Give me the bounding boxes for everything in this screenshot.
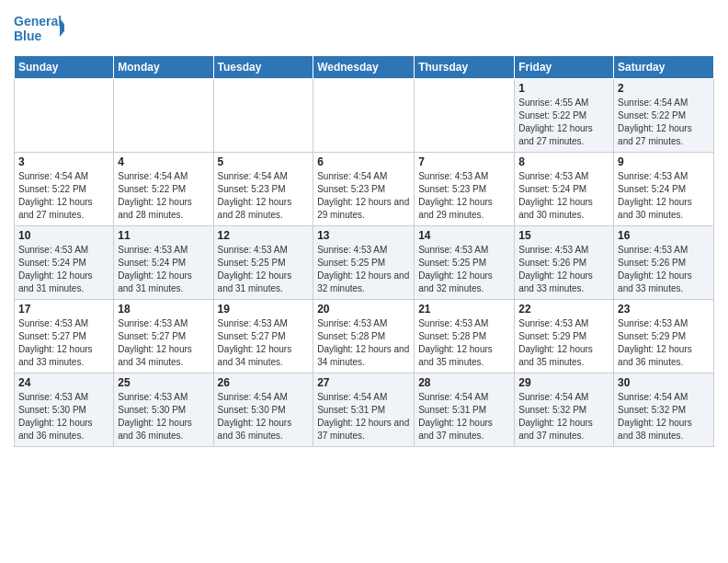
calendar-day-cell: 17Sunrise: 4:53 AMSunset: 5:27 PMDayligh… [15, 300, 114, 373]
day-number: 8 [518, 155, 609, 168]
day-info: Sunrise: 4:53 AMSunset: 5:29 PMDaylight:… [618, 317, 710, 369]
calendar-day-cell: 24Sunrise: 4:53 AMSunset: 5:30 PMDayligh… [15, 373, 114, 447]
day-number: 4 [118, 155, 209, 168]
day-of-week-header: Tuesday [213, 56, 313, 79]
day-info: Sunrise: 4:54 AMSunset: 5:31 PMDaylight:… [317, 391, 410, 442]
day-number: 26 [218, 376, 310, 389]
calendar-day-cell: 15Sunrise: 4:53 AMSunset: 5:26 PMDayligh… [515, 226, 614, 300]
calendar-day-cell: 30Sunrise: 4:54 AMSunset: 5:32 PMDayligh… [614, 373, 714, 447]
calendar-week-row: 1Sunrise: 4:55 AMSunset: 5:22 PMDaylight… [15, 79, 714, 153]
calendar-day-cell: 26Sunrise: 4:54 AMSunset: 5:30 PMDayligh… [213, 373, 313, 447]
calendar-week-row: 17Sunrise: 4:53 AMSunset: 5:27 PMDayligh… [15, 300, 714, 373]
calendar-day-cell: 4Sunrise: 4:54 AMSunset: 5:22 PMDaylight… [114, 153, 213, 226]
calendar-day-cell: 14Sunrise: 4:53 AMSunset: 5:25 PMDayligh… [415, 226, 515, 300]
calendar-day-cell: 13Sunrise: 4:53 AMSunset: 5:25 PMDayligh… [313, 226, 415, 300]
day-number: 1 [518, 82, 609, 95]
calendar-day-cell: 22Sunrise: 4:53 AMSunset: 5:29 PMDayligh… [515, 300, 614, 373]
header: General Blue [14, 9, 714, 46]
day-info: Sunrise: 4:53 AMSunset: 5:27 PMDaylight:… [218, 317, 310, 369]
day-info: Sunrise: 4:54 AMSunset: 5:31 PMDaylight:… [418, 391, 510, 442]
logo-svg: General Blue [14, 9, 64, 46]
day-info: Sunrise: 4:53 AMSunset: 5:24 PMDaylight:… [618, 170, 710, 222]
day-number: 19 [218, 303, 310, 316]
calendar-day-cell: 21Sunrise: 4:53 AMSunset: 5:28 PMDayligh… [415, 300, 515, 373]
calendar-day-cell: 2Sunrise: 4:54 AMSunset: 5:22 PMDaylight… [614, 79, 714, 153]
day-number: 7 [418, 155, 510, 168]
calendar-day-cell: 8Sunrise: 4:53 AMSunset: 5:24 PMDaylight… [515, 153, 614, 226]
day-info: Sunrise: 4:53 AMSunset: 5:24 PMDaylight:… [518, 170, 609, 222]
day-info: Sunrise: 4:53 AMSunset: 5:27 PMDaylight:… [118, 317, 209, 369]
day-info: Sunrise: 4:54 AMSunset: 5:32 PMDaylight:… [618, 391, 710, 442]
day-number: 28 [418, 376, 510, 389]
day-info: Sunrise: 4:53 AMSunset: 5:25 PMDaylight:… [418, 244, 510, 295]
day-of-week-header: Thursday [415, 56, 515, 79]
day-info: Sunrise: 4:54 AMSunset: 5:23 PMDaylight:… [317, 170, 410, 222]
day-number: 12 [218, 229, 310, 242]
calendar-day-cell: 11Sunrise: 4:53 AMSunset: 5:24 PMDayligh… [114, 226, 213, 300]
calendar-day-cell: 3Sunrise: 4:54 AMSunset: 5:22 PMDaylight… [15, 153, 114, 226]
calendar-day-cell: 9Sunrise: 4:53 AMSunset: 5:24 PMDaylight… [614, 153, 714, 226]
calendar-day-cell [114, 79, 213, 153]
day-number: 14 [418, 229, 510, 242]
day-info: Sunrise: 4:53 AMSunset: 5:24 PMDaylight:… [118, 244, 209, 295]
day-info: Sunrise: 4:54 AMSunset: 5:22 PMDaylight:… [118, 170, 209, 222]
day-of-week-header: Monday [114, 56, 213, 79]
day-info: Sunrise: 4:54 AMSunset: 5:22 PMDaylight:… [18, 170, 109, 222]
calendar-day-cell: 5Sunrise: 4:54 AMSunset: 5:23 PMDaylight… [213, 153, 313, 226]
day-number: 15 [518, 229, 609, 242]
day-info: Sunrise: 4:53 AMSunset: 5:30 PMDaylight:… [118, 391, 209, 442]
day-number: 6 [317, 155, 410, 168]
day-info: Sunrise: 4:53 AMSunset: 5:30 PMDaylight:… [18, 391, 109, 442]
day-number: 21 [418, 303, 510, 316]
day-number: 5 [218, 155, 310, 168]
calendar-day-cell: 16Sunrise: 4:53 AMSunset: 5:26 PMDayligh… [614, 226, 714, 300]
day-info: Sunrise: 4:53 AMSunset: 5:29 PMDaylight:… [518, 317, 609, 369]
day-number: 25 [118, 376, 209, 389]
day-number: 16 [618, 229, 710, 242]
calendar-day-cell: 27Sunrise: 4:54 AMSunset: 5:31 PMDayligh… [313, 373, 415, 447]
calendar-day-cell: 23Sunrise: 4:53 AMSunset: 5:29 PMDayligh… [614, 300, 714, 373]
day-info: Sunrise: 4:53 AMSunset: 5:23 PMDaylight:… [418, 170, 510, 222]
calendar-day-cell: 7Sunrise: 4:53 AMSunset: 5:23 PMDaylight… [415, 153, 515, 226]
calendar-day-cell: 19Sunrise: 4:53 AMSunset: 5:27 PMDayligh… [213, 300, 313, 373]
calendar-day-cell: 29Sunrise: 4:54 AMSunset: 5:32 PMDayligh… [515, 373, 614, 447]
calendar-day-cell: 1Sunrise: 4:55 AMSunset: 5:22 PMDaylight… [515, 79, 614, 153]
calendar-day-cell: 18Sunrise: 4:53 AMSunset: 5:27 PMDayligh… [114, 300, 213, 373]
calendar-header-row: SundayMondayTuesdayWednesdayThursdayFrid… [15, 56, 714, 79]
day-info: Sunrise: 4:53 AMSunset: 5:26 PMDaylight:… [518, 244, 609, 295]
calendar-week-row: 10Sunrise: 4:53 AMSunset: 5:24 PMDayligh… [15, 226, 714, 300]
day-number: 27 [317, 376, 410, 389]
day-of-week-header: Saturday [614, 56, 714, 79]
day-number: 23 [618, 303, 710, 316]
day-info: Sunrise: 4:54 AMSunset: 5:32 PMDaylight:… [518, 391, 609, 442]
day-info: Sunrise: 4:54 AMSunset: 5:22 PMDaylight:… [618, 97, 710, 148]
day-number: 10 [18, 229, 109, 242]
day-info: Sunrise: 4:53 AMSunset: 5:25 PMDaylight:… [218, 244, 310, 295]
day-number: 29 [518, 376, 609, 389]
day-number: 22 [518, 303, 609, 316]
day-of-week-header: Friday [515, 56, 614, 79]
day-number: 2 [618, 82, 710, 95]
calendar-day-cell: 25Sunrise: 4:53 AMSunset: 5:30 PMDayligh… [114, 373, 213, 447]
day-info: Sunrise: 4:53 AMSunset: 5:25 PMDaylight:… [317, 244, 410, 295]
day-number: 11 [118, 229, 209, 242]
day-info: Sunrise: 4:54 AMSunset: 5:30 PMDaylight:… [218, 391, 310, 442]
day-number: 17 [18, 303, 109, 316]
day-number: 13 [317, 229, 410, 242]
calendar-day-cell [415, 79, 515, 153]
day-info: Sunrise: 4:53 AMSunset: 5:27 PMDaylight:… [18, 317, 109, 369]
calendar-week-row: 24Sunrise: 4:53 AMSunset: 5:30 PMDayligh… [15, 373, 714, 447]
calendar-day-cell [15, 79, 114, 153]
day-number: 24 [18, 376, 109, 389]
calendar-day-cell: 12Sunrise: 4:53 AMSunset: 5:25 PMDayligh… [213, 226, 313, 300]
day-number: 18 [118, 303, 209, 316]
day-number: 20 [317, 303, 410, 316]
page: General Blue SundayMondayTuesdayWednesda… [0, 0, 728, 456]
day-of-week-header: Wednesday [313, 56, 415, 79]
day-info: Sunrise: 4:53 AMSunset: 5:26 PMDaylight:… [618, 244, 710, 295]
day-info: Sunrise: 4:55 AMSunset: 5:22 PMDaylight:… [518, 97, 609, 148]
day-number: 30 [618, 376, 710, 389]
day-info: Sunrise: 4:53 AMSunset: 5:28 PMDaylight:… [418, 317, 510, 369]
day-info: Sunrise: 4:54 AMSunset: 5:23 PMDaylight:… [218, 170, 310, 222]
calendar-day-cell: 10Sunrise: 4:53 AMSunset: 5:24 PMDayligh… [15, 226, 114, 300]
